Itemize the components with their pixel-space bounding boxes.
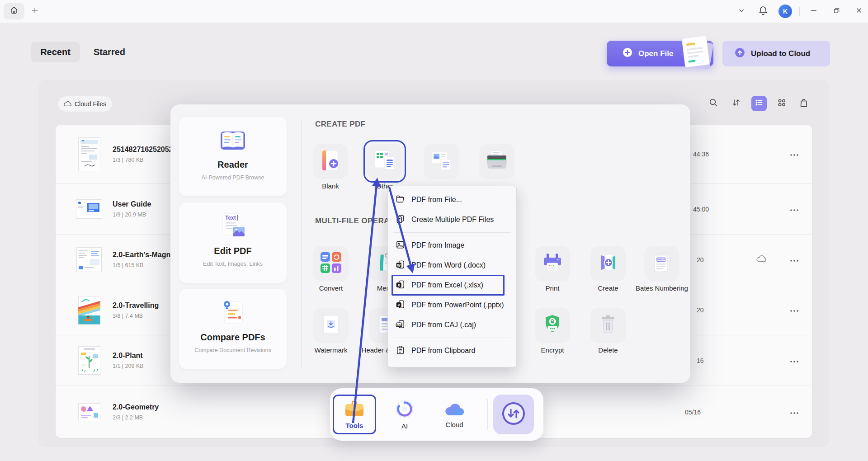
file-meta: 1/9 | 20.9 MB [113, 212, 151, 218]
menu-item-pdf-from-caj[interactable]: CAJ PDF from CAJ (.caj) [388, 315, 516, 335]
menu-item-pdf-from-image[interactable]: PDF from Image [388, 235, 516, 255]
search-button[interactable] [708, 98, 719, 109]
file-more-button[interactable] [787, 204, 802, 215]
notifications-button[interactable] [757, 5, 769, 18]
tool-tile-encrypt[interactable] [535, 308, 570, 343]
compare-pdfs-card[interactable]: Compare PDFs Compare Document Revisions [179, 289, 287, 369]
file-timestamp: 16 [697, 357, 704, 364]
avatar[interactable]: K [778, 5, 792, 18]
file-timestamp: 45:00 [693, 206, 709, 213]
menu-item-create-multiple[interactable]: Create Multiple PDF Files [388, 210, 516, 230]
menu-item-label: PDF from Excel (.xlsx) [411, 281, 483, 289]
svg-text:000123: 000123 [657, 258, 665, 261]
file-more-button[interactable] [787, 149, 802, 160]
list-view-button[interactable] [751, 96, 767, 111]
menu-item-pdf-from-word[interactable]: W PDF from Word (.docx) [388, 255, 516, 275]
file-name: User Guide [113, 200, 151, 208]
file-name: 2.0-Travelling [113, 301, 159, 310]
file-meta: 3/8 | 7.4 MB [113, 313, 159, 319]
tool-tile-watermark[interactable] [313, 308, 349, 343]
file-name: 251482716252052 [113, 146, 173, 154]
open-file-label: Open File [638, 49, 673, 58]
dock-item-ai[interactable]: AI [386, 395, 424, 434]
file-timestamp: 20 [697, 306, 704, 314]
file-more-button[interactable] [787, 355, 802, 366]
ellipsis-icon [789, 205, 799, 213]
store-button[interactable] [798, 98, 809, 109]
create-pdf-menu: PDF from File... Create Multiple PDF Fil… [387, 186, 517, 367]
tile-label-bates-numbering: Bates Numbering [626, 284, 698, 292]
file-more-button[interactable] [787, 254, 802, 265]
card-title: Reader [217, 160, 248, 170]
reader-card[interactable]: Reader AI-Powered PDF Browse [179, 117, 287, 196]
menu-item-pdf-from-powerpoint[interactable]: P PDF from PowerPoint (.pptx) [388, 295, 516, 315]
grid-view-button[interactable] [776, 98, 787, 109]
home-tab[interactable] [4, 3, 24, 19]
tool-tile-delete[interactable] [590, 308, 626, 343]
dock-converter-button[interactable] [493, 395, 534, 434]
file-name: 2.0-Earth's-Magneti [113, 251, 179, 259]
dock-item-tools[interactable]: Tools [333, 395, 376, 434]
create-other-tile[interactable] [367, 144, 402, 179]
minimize-button[interactable] [807, 6, 820, 17]
file-thumbnail [74, 346, 104, 375]
close-button[interactable] [853, 6, 865, 17]
cloud-icon [64, 100, 71, 108]
menu-item-pdf-from-clipboard[interactable]: PDF from Clipboard [388, 341, 516, 361]
file-timestamp: 44:36 [693, 151, 709, 158]
upload-circle-icon [734, 47, 745, 61]
file-thumbnail [74, 137, 104, 171]
open-file-button[interactable]: Open File [607, 41, 713, 66]
restore-button[interactable] [830, 6, 843, 17]
watermark-icon [320, 314, 342, 337]
upload-to-cloud-button[interactable]: Upload to Cloud [722, 41, 830, 66]
new-tab-button[interactable] [29, 5, 41, 17]
dock-item-cloud[interactable]: Cloud [435, 395, 473, 434]
menu-item-pdf-from-file[interactable]: PDF from File... [388, 190, 516, 210]
plus-icon [31, 6, 39, 16]
from-image-icon [430, 149, 453, 174]
file-timestamp: 20 [697, 256, 704, 263]
dock-tools-label: Tools [346, 422, 363, 429]
create-from-image-tile[interactable] [424, 144, 459, 179]
sort-button[interactable] [731, 98, 741, 109]
create-blank-tile[interactable] [313, 144, 348, 179]
tab-recent[interactable]: Recent [31, 42, 80, 62]
card-title: Edit PDF [214, 246, 251, 256]
grid-view-icon [776, 97, 787, 110]
tool-tile-create[interactable] [590, 246, 626, 281]
file-name: 2.0-Geometry [113, 403, 159, 411]
dropdown-chevron-button[interactable] [736, 6, 747, 17]
tool-tile-bates-numbering[interactable]: 000123 [644, 246, 679, 281]
card-subtitle: Compare Document Revisions [194, 347, 271, 353]
file-more-button[interactable] [787, 305, 802, 315]
dock-divider [487, 399, 488, 430]
menu-item-pdf-from-excel[interactable]: X PDF from Excel (.xlsx) [388, 275, 516, 295]
cloud-files-button[interactable]: Cloud Files [57, 96, 113, 112]
ellipsis-icon [789, 150, 799, 158]
menu-item-label: PDF from Image [411, 241, 464, 249]
bell-icon [758, 5, 769, 18]
cloud-dock-icon [444, 401, 465, 419]
close-icon [855, 6, 863, 16]
tab-starred[interactable]: Starred [94, 42, 125, 62]
create-from-scanner-tile[interactable] [479, 144, 514, 179]
encrypt-icon [542, 314, 563, 337]
tool-tile-print[interactable] [535, 246, 570, 281]
plus-circle-icon [622, 47, 633, 60]
file-meta: 1/1 | 209 KB [113, 363, 144, 369]
papers-illustration [673, 33, 720, 75]
scanner-icon [485, 149, 509, 174]
ellipsis-icon [789, 408, 799, 416]
file-more-button[interactable] [787, 407, 802, 418]
svg-text:P: P [397, 303, 400, 307]
bates-numbering-icon: 000123 [651, 252, 673, 275]
copy-pages-icon [395, 214, 406, 226]
titlebar: K [0, 0, 868, 23]
tile-label-delete: Delete [572, 346, 644, 354]
image-icon [395, 240, 406, 252]
cloud-files-label: Cloud Files [75, 100, 106, 108]
edit-pdf-card[interactable]: Text Edit PDF Edit Text, Images, Links [179, 202, 287, 283]
tool-tile-convert[interactable] [313, 246, 349, 281]
card-title: Compare PDFs [200, 332, 265, 343]
